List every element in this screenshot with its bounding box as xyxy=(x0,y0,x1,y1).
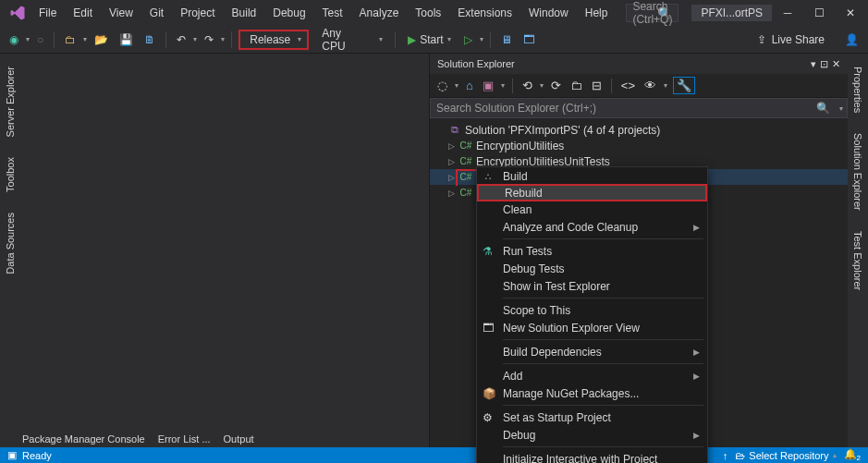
new-project-button[interactable]: 🗀 xyxy=(61,31,79,48)
project-label: EncryptionUtilities xyxy=(476,140,564,152)
project-node[interactable]: ▷ C# EncryptionUtilities xyxy=(430,138,848,153)
save-all-button[interactable]: 🗎 xyxy=(141,31,159,48)
rail-server-explorer[interactable]: Server Explorer xyxy=(3,63,18,140)
save-button[interactable]: 💾 xyxy=(116,31,137,48)
menu-tools[interactable]: Tools xyxy=(408,3,448,23)
refresh-button[interactable]: 🗔 xyxy=(520,31,538,48)
ctx-build[interactable]: ⛬Build xyxy=(477,167,707,185)
home-icon[interactable]: ⌂ xyxy=(464,77,475,94)
redo-button[interactable]: ↷ xyxy=(201,31,217,48)
tab-error-list[interactable]: Error List ... xyxy=(158,433,211,445)
caret[interactable]: ▾ xyxy=(455,81,458,90)
show-all-icon[interactable]: 🗀 xyxy=(568,77,584,94)
platform-dropdown[interactable]: Any CPU ▾ xyxy=(312,25,388,55)
expand-icon[interactable]: ▷ xyxy=(448,157,456,166)
maximize-button[interactable]: ☐ xyxy=(803,2,835,24)
caret[interactable]: ▾ xyxy=(540,81,544,90)
expand-icon[interactable]: ▷ xyxy=(448,173,456,182)
start-debug-button[interactable]: ▶ Start ▾ xyxy=(402,31,456,48)
nav-back-caret[interactable]: ▾ xyxy=(26,35,30,43)
panel-pin-button[interactable]: ⊡ xyxy=(820,58,828,70)
code-icon[interactable]: <> xyxy=(619,77,637,94)
notifications-button[interactable]: 🔔2 xyxy=(844,448,861,462)
properties-icon[interactable]: 🔧 xyxy=(673,77,695,94)
panel-close-button[interactable]: ✕ xyxy=(832,58,840,70)
menu-edit[interactable]: Edit xyxy=(66,3,100,23)
select-repository-button[interactable]: 🗁 Select Repository ▴ xyxy=(735,450,836,461)
undo-caret[interactable]: ▾ xyxy=(193,35,197,43)
switch-views-icon[interactable]: ▣ xyxy=(481,77,495,94)
ctx-debug[interactable]: Debug▶ xyxy=(477,426,707,444)
vs-logo-icon xyxy=(9,3,26,23)
rail-properties[interactable]: Properties xyxy=(850,63,865,116)
separator xyxy=(231,31,232,48)
menu-file[interactable]: File xyxy=(31,3,64,23)
menu-build[interactable]: Build xyxy=(225,3,264,23)
start-nodebug-caret[interactable]: ▾ xyxy=(480,35,483,43)
ctx-show-test-explorer[interactable]: Show in Test Explorer xyxy=(477,277,707,295)
ctx-clean[interactable]: Clean xyxy=(477,201,707,218)
ctx-add[interactable]: Add▶ xyxy=(477,367,707,384)
redo-caret[interactable]: ▾ xyxy=(221,35,225,43)
global-search-input[interactable]: Search (Ctrl+Q) 🔍 xyxy=(626,4,679,22)
menu-extensions[interactable]: Extensions xyxy=(450,3,520,23)
menu-help[interactable]: Help xyxy=(578,3,616,23)
ctx-run-tests[interactable]: ⚗Run Tests xyxy=(477,242,707,260)
solution-label: Solution 'PFXImportPS' (4 of 4 projects) xyxy=(465,124,660,137)
menu-test[interactable]: Test xyxy=(315,3,350,23)
ctx-startup[interactable]: ⚙Set as Startup Project xyxy=(477,408,707,426)
search-options-caret[interactable]: ▾ xyxy=(839,104,843,113)
add-source-control-button[interactable]: ↑ xyxy=(723,450,728,461)
gear-icon: ⚙ xyxy=(483,411,493,424)
expand-icon[interactable]: ▷ xyxy=(448,189,456,198)
rail-solution-explorer[interactable]: Solution Explorer xyxy=(850,129,865,214)
configuration-dropdown[interactable]: Release ▾ xyxy=(238,30,309,50)
live-share-button[interactable]: ⇪ Live Share xyxy=(750,33,832,46)
main-menu: File Edit View Git Project Build Debug T… xyxy=(31,3,615,23)
menu-git[interactable]: Git xyxy=(142,3,171,23)
preview-icon[interactable]: 👁 xyxy=(642,77,658,94)
menu-debug[interactable]: Debug xyxy=(265,3,312,23)
ctx-new-view[interactable]: 🗔New Solution Explorer View xyxy=(477,319,707,336)
undo-button[interactable]: ↶ xyxy=(173,31,189,48)
back-icon[interactable]: ◌ xyxy=(435,77,449,94)
solution-search-input[interactable]: Search Solution Explorer (Ctrl+;) 🔍 ▾ xyxy=(430,98,848,118)
close-button[interactable]: ✕ xyxy=(835,2,866,24)
ctx-nuget[interactable]: 📦Manage NuGet Packages... xyxy=(477,384,707,402)
rail-toolbox[interactable]: Toolbox xyxy=(3,153,18,196)
csproj-icon: C# xyxy=(459,140,472,151)
rail-data-sources[interactable]: Data Sources xyxy=(3,209,18,278)
feedback-button[interactable]: 👤 xyxy=(841,31,862,48)
nav-fwd-button[interactable]: ○ xyxy=(33,31,47,48)
menu-project[interactable]: Project xyxy=(173,3,222,23)
collapse-all-icon[interactable]: ⊟ xyxy=(590,77,604,94)
sync-icon[interactable]: ⟳ xyxy=(549,77,563,94)
tab-pm-console[interactable]: Package Manager Console xyxy=(22,433,145,445)
tab-output[interactable]: Output xyxy=(224,433,254,445)
browser-link-button[interactable]: 🖥 xyxy=(497,31,516,48)
ctx-rebuild[interactable]: Rebuild xyxy=(477,184,707,201)
menu-view[interactable]: View xyxy=(102,3,141,23)
pending-changes-icon[interactable]: ⟲ xyxy=(520,77,534,94)
solution-node[interactable]: ⧉ Solution 'PFXImportPS' (4 of 4 project… xyxy=(430,122,848,138)
expand-icon[interactable]: ▷ xyxy=(448,141,456,151)
menu-analyze[interactable]: Analyze xyxy=(352,3,407,23)
separator xyxy=(503,339,703,340)
caret[interactable]: ▾ xyxy=(501,81,505,90)
open-button[interactable]: 📂 xyxy=(91,31,112,48)
rail-test-explorer[interactable]: Test Explorer xyxy=(850,227,865,294)
ctx-scope[interactable]: Scope to This xyxy=(477,301,707,319)
nav-back-button[interactable]: ◉ xyxy=(6,31,22,48)
panel-dropdown-button[interactable]: ▾ xyxy=(811,58,816,70)
menu-window[interactable]: Window xyxy=(521,3,576,23)
new-caret[interactable]: ▾ xyxy=(83,35,87,43)
start-nodebug-button[interactable]: ▷ xyxy=(460,31,476,48)
caret[interactable]: ▾ xyxy=(664,81,667,90)
ctx-interactive[interactable]: Initialize Interactive with Project xyxy=(477,450,707,463)
csproj-icon: C# xyxy=(459,156,472,166)
minimize-button[interactable]: ─ xyxy=(772,2,803,24)
ctx-debug-tests[interactable]: Debug Tests xyxy=(477,260,707,277)
solution-name-label: PFXI...ortPS xyxy=(691,5,772,21)
ctx-analyze[interactable]: Analyze and Code Cleanup▶ xyxy=(477,218,707,236)
ctx-build-deps[interactable]: Build Dependencies▶ xyxy=(477,343,707,360)
